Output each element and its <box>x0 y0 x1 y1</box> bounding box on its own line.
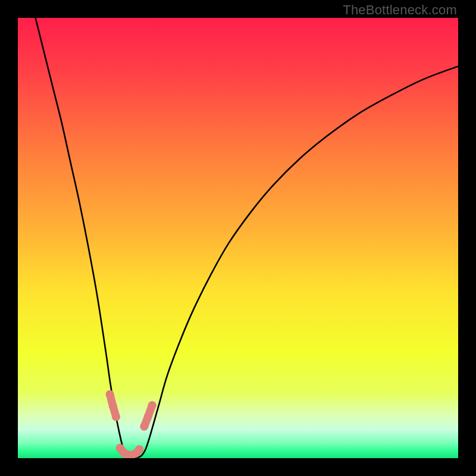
bottleneck-curve <box>36 18 458 458</box>
marker-layer <box>106 390 156 458</box>
marker-dot <box>106 390 114 399</box>
marker-dot <box>144 412 152 421</box>
marker-dot <box>148 401 156 409</box>
marker-dot <box>135 445 143 453</box>
marker-dot <box>112 412 120 421</box>
chart-frame: TheBottleneck.com <box>0 0 476 476</box>
curve-layer <box>18 18 458 458</box>
watermark-text: TheBottleneck.com <box>343 2 457 18</box>
plot-area <box>18 18 458 458</box>
marker-dot <box>140 422 148 431</box>
marker-dot <box>109 402 117 411</box>
